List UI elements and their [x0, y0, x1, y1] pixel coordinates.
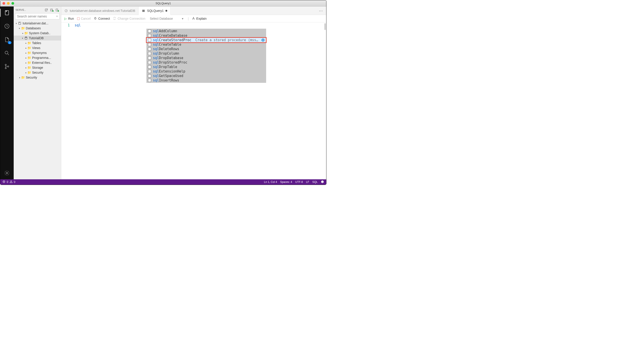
- server-icon: [18, 22, 22, 25]
- status-problems[interactable]: 0 0: [3, 180, 15, 184]
- tree-programmability-node[interactable]: ▸ 📁 Programma...: [14, 55, 61, 60]
- tree-server-node[interactable]: ▾ tutorialserver.dat...: [14, 21, 61, 26]
- activity-settings[interactable]: [3, 169, 11, 177]
- suggestion-item[interactable]: sqlDropTable: [147, 65, 266, 69]
- status-feedback-icon[interactable]: [321, 180, 324, 184]
- tree-icon: [192, 17, 195, 20]
- active-connections-icon[interactable]: [55, 8, 59, 12]
- minimize-window-button[interactable]: [7, 2, 10, 5]
- suggestion-item[interactable]: sqlCreateDatabase: [147, 33, 266, 38]
- clear-search-icon[interactable]: ×: [56, 14, 58, 18]
- tab-overflow-button[interactable]: ⋯: [316, 8, 326, 13]
- info-icon[interactable]: i: [261, 38, 265, 42]
- suggestion-item[interactable]: sqlDropColumn: [147, 51, 266, 56]
- plug-icon: [94, 17, 97, 20]
- cancel-button[interactable]: Cancel: [77, 17, 91, 20]
- activity-source-control[interactable]: [3, 62, 11, 70]
- database-icon: [24, 36, 28, 40]
- snippet-icon: [148, 65, 151, 68]
- suggestion-label: sqlAddColumn: [153, 29, 177, 33]
- folder-icon: 📁: [27, 41, 31, 45]
- tree-databases-node[interactable]: ▾ 📁 Databases: [14, 26, 61, 31]
- svg-point-19: [192, 18, 193, 19]
- svg-point-22: [321, 180, 324, 183]
- suggestion-item[interactable]: sqlGetSpaceUsed: [147, 74, 266, 78]
- suggestion-item[interactable]: sqlDropStoredProc: [147, 60, 266, 65]
- suggestion-item[interactable]: sqlCreateStoredProcCreate a stored proce…: [147, 38, 266, 42]
- status-language[interactable]: SQL: [312, 180, 318, 184]
- tree-synonyms-node[interactable]: ▸ 📁 Synonyms: [14, 50, 61, 55]
- svg-point-13: [25, 37, 27, 38]
- folder-icon: 📁: [27, 66, 31, 70]
- editor-area: tutorialserver.database.windows.net:Tuto…: [61, 6, 326, 179]
- suggestion-item[interactable]: sqlDeleteRows: [147, 47, 266, 51]
- snippet-icon: [148, 79, 151, 82]
- status-indent[interactable]: Spaces: 4: [280, 180, 292, 184]
- tree-tables-node[interactable]: ▸ 📁 Tables: [14, 40, 61, 46]
- snippet-icon: [148, 56, 151, 60]
- suggestion-item[interactable]: sqlExtensionHelp: [147, 69, 266, 74]
- folder-icon: 📁: [24, 31, 28, 35]
- toolbar-separator: |: [188, 17, 189, 20]
- svg-rect-15: [142, 10, 145, 10]
- code-editor[interactable]: 1 sql sqlAddColumnsqlCreateDatabasesqlCr…: [61, 22, 326, 179]
- tab-bar: tutorialserver.database.windows.net:Tuto…: [61, 6, 326, 15]
- folder-icon: 📁: [27, 56, 31, 60]
- tab-sqlquery[interactable]: SQLQuery1: [139, 7, 171, 15]
- tree-external-resources-node[interactable]: ▸ 📁 External Res..: [14, 60, 61, 65]
- maximize-window-button[interactable]: [12, 2, 14, 5]
- suggestion-label: sqlCreateTable: [153, 42, 181, 46]
- activity-explorer[interactable]: 1: [3, 36, 11, 44]
- tree-system-databases-node[interactable]: ▸ 📁 System Datab..: [14, 31, 61, 36]
- snippet-icon: [148, 38, 151, 42]
- svg-point-20: [194, 18, 194, 19]
- activity-search[interactable]: [3, 49, 11, 57]
- tree-tutorialdb-node[interactable]: ▾ TutorialDB: [14, 36, 61, 40]
- suggestion-label: sqlExtensionHelp: [153, 70, 185, 74]
- suggestion-item[interactable]: sqlInsertRows: [147, 78, 266, 82]
- svg-point-24: [323, 181, 323, 182]
- tab-label: SQLQuery1: [147, 9, 164, 12]
- svg-point-7: [6, 172, 8, 174]
- folder-icon: 📁: [27, 61, 31, 64]
- minimap-scrollbar[interactable]: [324, 23, 326, 30]
- status-eol[interactable]: LF: [306, 180, 309, 184]
- close-window-button[interactable]: [3, 2, 5, 5]
- svg-rect-0: [5, 10, 9, 15]
- window-title: SQLQuery1: [156, 2, 171, 5]
- change-connection-button[interactable]: Change Connection: [113, 17, 145, 20]
- status-dot-icon: [52, 10, 54, 12]
- tree-server-security-node[interactable]: ▸ 📁 Security: [14, 75, 61, 80]
- svg-rect-1: [6, 10, 7, 12]
- folder-icon: 📁: [27, 71, 31, 74]
- folder-icon: 📁: [21, 76, 25, 79]
- svg-point-18: [193, 17, 193, 18]
- run-button[interactable]: ▷ Run: [64, 17, 74, 20]
- tab-label: tutorialserver.database.windows.net:Tuto…: [70, 9, 135, 12]
- svg-point-23: [322, 181, 322, 182]
- tree-storage-node[interactable]: ▸ 📁 Storage: [14, 65, 61, 70]
- activity-servers[interactable]: [3, 9, 11, 17]
- suggestion-item[interactable]: sqlCreateTable: [147, 42, 266, 47]
- activity-history[interactable]: [3, 22, 11, 30]
- search-input[interactable]: [15, 13, 60, 20]
- suggestion-item[interactable]: sqlAddColumn: [147, 29, 266, 33]
- status-line-col[interactable]: Ln 1, Col 4: [264, 180, 277, 184]
- connect-button[interactable]: Connect: [94, 17, 110, 20]
- tree-db-security-node[interactable]: ▸ 📁 Security: [14, 70, 61, 75]
- tree-views-node[interactable]: ▸ 📁 Views: [14, 46, 61, 50]
- svg-point-5: [5, 68, 6, 69]
- snippet-icon: [148, 70, 151, 73]
- snippet-icon: [148, 61, 151, 64]
- new-connection-icon[interactable]: [44, 8, 48, 12]
- suggestion-label: sqlInsertRows: [153, 78, 179, 82]
- database-selector[interactable]: Select Database ▾: [148, 16, 185, 21]
- new-server-group-icon[interactable]: [50, 8, 54, 12]
- status-encoding[interactable]: UTF-8: [295, 180, 303, 184]
- explain-button[interactable]: Explain: [192, 17, 207, 20]
- suggestion-item[interactable]: sqlDropDatabase: [147, 56, 266, 60]
- line-number: 1: [61, 23, 72, 27]
- editor-toolbar: ▷ Run Cancel Connect Change Connection S…: [61, 15, 326, 22]
- svg-rect-17: [142, 11, 145, 12]
- tab-server-dashboard[interactable]: tutorialserver.database.windows.net:Tuto…: [61, 6, 139, 15]
